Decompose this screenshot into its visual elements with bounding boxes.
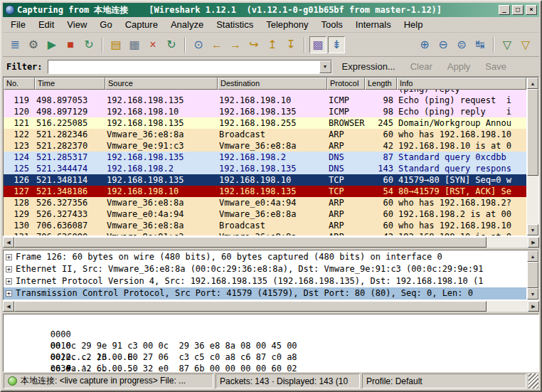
packet-row[interactable]: 131 706.636090 Vmware_9e:91:c3 Vmware_36… xyxy=(4,231,526,235)
toolbar-separator[interactable] xyxy=(102,37,103,53)
packet-row[interactable]: 120 498.897129 192.168.198.10 192.168.19… xyxy=(4,106,526,117)
expression-button[interactable]: Expression... xyxy=(337,60,400,73)
apply-button[interactable]: Apply xyxy=(442,60,476,73)
autoscroll-icon[interactable]: ⇟ xyxy=(328,36,345,53)
colorize-icon[interactable]: ▩ xyxy=(309,36,326,53)
menu-view[interactable]: View xyxy=(60,17,93,32)
menu-file[interactable]: File xyxy=(4,17,32,32)
goto-packet-icon[interactable]: ↪ xyxy=(245,36,262,53)
filter-dropdown-icon[interactable]: ▼ xyxy=(319,60,331,73)
save-button[interactable]: Save xyxy=(480,60,511,73)
col-length[interactable]: Length xyxy=(365,78,397,90)
back-icon[interactable]: ← xyxy=(208,36,225,53)
toolbar-separator[interactable] xyxy=(493,37,494,53)
open-file-icon[interactable]: ▤ xyxy=(107,36,124,53)
clear-button[interactable]: Clear xyxy=(405,60,437,73)
expand-icon[interactable]: + xyxy=(6,278,12,285)
vscroll-track[interactable] xyxy=(527,262,538,288)
find-packet-icon[interactable]: ⊙ xyxy=(190,36,207,53)
packet-row[interactable]: 121 516.225085 192.168.198.135 192.168.1… xyxy=(4,117,526,129)
packet-row[interactable]: 128 526.327356 Vmware_36:e8:8a Vmware_e0… xyxy=(4,197,526,208)
hex-line[interactable]: 0000 00 0c 29 9e 91 c3 00 0c 29 36 e8 8a… xyxy=(9,317,538,329)
detail-line[interactable]: + Ethernet II, Src: Vmware_36:e8:8a (00:… xyxy=(4,263,526,275)
stop-capture-icon[interactable]: ■ xyxy=(62,36,79,53)
menu-telephony[interactable]: Telephony xyxy=(260,17,314,32)
details-hscrollbar[interactable]: ◀ ▶ xyxy=(3,300,539,312)
col-info[interactable]: Info xyxy=(397,78,526,90)
hscroll-track[interactable] xyxy=(14,301,528,312)
col-no[interactable]: No. xyxy=(4,78,35,90)
filter-input[interactable] xyxy=(48,60,319,73)
packet-row[interactable]: 130 706.636087 Vmware_36:e8:8a Broadcast… xyxy=(4,220,526,231)
packet-row[interactable]: 123 521.282370 Vmware_9e:91:c3 Vmware_36… xyxy=(4,140,526,152)
menu-internals[interactable]: Internals xyxy=(349,17,398,32)
col-time[interactable]: Time xyxy=(35,78,105,90)
hex-line[interactable]: 0010 00 2c c2 23 00 00 27 06 c3 c5 c0 a8… xyxy=(9,329,538,340)
scroll-right-icon[interactable]: ▶ xyxy=(528,237,539,248)
packet-list-vscrollbar[interactable]: ▲ ▼ xyxy=(526,78,538,235)
forward-icon[interactable]: → xyxy=(227,36,244,53)
col-source[interactable]: Source xyxy=(105,78,218,90)
zoom-out-icon[interactable]: ⊖ xyxy=(435,36,452,53)
menu-statistics[interactable]: Statistics xyxy=(210,17,260,32)
zoom-100-icon[interactable]: ⊜ xyxy=(453,36,470,53)
detail-line[interactable]: + Internet Protocol Version 4, Src: 192.… xyxy=(4,275,526,287)
maximize-button[interactable]: □ xyxy=(512,5,524,15)
toolbar-gap[interactable] xyxy=(346,36,415,53)
list-interfaces-icon[interactable]: ≣ xyxy=(6,36,23,53)
packet-row[interactable]: 129 526.327433 Vmware_e0:4a:94 Vmware_36… xyxy=(4,208,526,220)
packet-row[interactable]: 122 521.282346 Vmware_36:e8:8a Broadcast… xyxy=(4,129,526,140)
hscroll-thumb[interactable] xyxy=(14,237,487,248)
expert-info-icon[interactable] xyxy=(8,376,17,386)
menu-tools[interactable]: Tools xyxy=(314,17,349,32)
detail-line[interactable]: + Frame 126: 60 bytes on wire (480 bits)… xyxy=(4,251,526,263)
scroll-left-icon[interactable]: ◀ xyxy=(3,237,14,248)
save-file-icon[interactable]: ▦ xyxy=(126,36,143,53)
start-capture-icon[interactable]: ▶ xyxy=(43,36,60,53)
minimize-button[interactable]: _ xyxy=(499,5,510,15)
scroll-up-icon[interactable]: ▲ xyxy=(527,250,538,262)
packet-row[interactable]: 127 521.348186 192.168.198.10 192.168.19… xyxy=(4,186,526,197)
scroll-up-icon[interactable]: ▲ xyxy=(527,78,538,89)
packet-row[interactable]: (ping) reply xyxy=(4,90,526,95)
scroll-down-icon[interactable]: ▼ xyxy=(527,288,538,300)
packet-row[interactable]: 124 521.285317 192.168.198.135 192.168.1… xyxy=(4,152,526,163)
capture-filters-icon[interactable]: ▽ xyxy=(499,36,516,53)
col-protocol[interactable]: Protocol xyxy=(327,78,365,90)
scroll-down-icon[interactable]: ▼ xyxy=(527,224,538,235)
menu-analyze[interactable]: Analyze xyxy=(164,17,210,32)
go-to-bottom-icon[interactable]: ↧ xyxy=(282,36,299,53)
zoom-in-icon[interactable]: ⊕ xyxy=(416,36,433,53)
menu-edit[interactable]: Edit xyxy=(32,17,60,32)
menu-go[interactable]: Go xyxy=(93,17,118,32)
reload-icon[interactable]: ↻ xyxy=(163,36,180,53)
restart-capture-icon[interactable]: ↻ xyxy=(80,36,97,53)
menu-capture[interactable]: Capture xyxy=(119,17,164,32)
details-vscrollbar[interactable]: ▲ ▼ xyxy=(526,250,538,300)
vscroll-track[interactable] xyxy=(527,89,538,224)
col-destination[interactable]: Destination xyxy=(218,78,327,90)
vscroll-thumb[interactable] xyxy=(527,89,538,176)
close-button[interactable]: × xyxy=(526,5,537,15)
display-filters-icon[interactable]: ▽ xyxy=(517,36,534,53)
packet-list-hscrollbar[interactable]: ◀ ▶ xyxy=(3,236,539,248)
vscroll-thumb[interactable] xyxy=(527,262,538,288)
expand-icon[interactable]: + xyxy=(6,254,12,260)
close-file-icon[interactable]: × xyxy=(144,36,161,53)
packet-row[interactable]: 126 521.348114 192.168.198.135 192.168.1… xyxy=(4,174,526,186)
resize-grip[interactable] xyxy=(528,374,538,388)
hscroll-track[interactable] xyxy=(14,237,528,248)
scroll-right-icon[interactable]: ▶ xyxy=(528,301,539,312)
packet-row[interactable]: 119 498.897053 192.168.198.135 192.168.1… xyxy=(4,95,526,106)
capture-options-icon[interactable]: ⚙ xyxy=(25,36,42,53)
toolbar-separator[interactable] xyxy=(304,37,305,53)
go-to-top-icon[interactable]: ↥ xyxy=(264,36,281,53)
expand-icon[interactable]: + xyxy=(6,290,12,297)
resize-columns-icon[interactable]: ↹ xyxy=(472,36,489,53)
packet-row[interactable]: 125 521.344474 192.168.198.2 192.168.198… xyxy=(4,163,526,174)
detail-line[interactable]: + Transmission Control Protocol, Src Por… xyxy=(4,287,526,300)
scroll-left-icon[interactable]: ◀ xyxy=(3,301,14,312)
menu-help[interactable]: Help xyxy=(398,17,430,32)
expand-icon[interactable]: + xyxy=(6,266,12,272)
toolbar-separator[interactable] xyxy=(184,37,186,53)
